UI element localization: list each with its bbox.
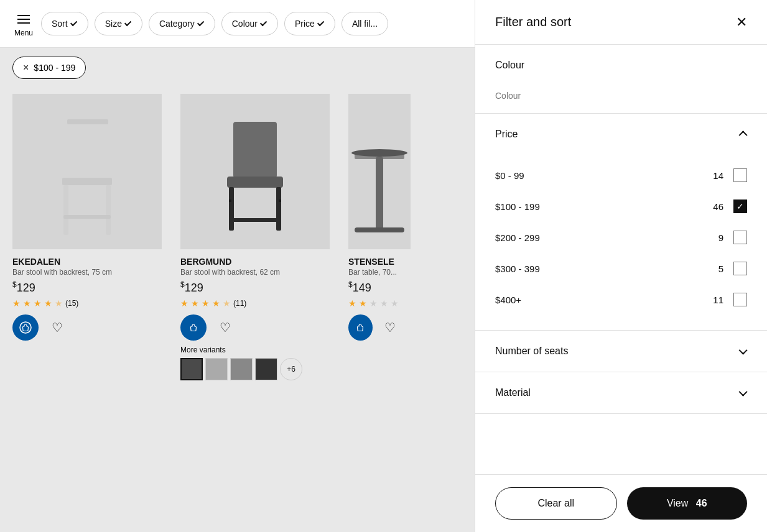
variant-thumb-4[interactable]	[255, 358, 277, 380]
svg-rect-9	[63, 215, 111, 219]
svg-rect-8	[106, 185, 111, 235]
top-bar: Menu Sort Size Category Colour Price All…	[0, 0, 475, 48]
clear-all-button[interactable]: Clear all	[495, 487, 617, 520]
price-checkbox-0-99[interactable]	[733, 168, 747, 182]
price-filter-button[interactable]: Price	[284, 12, 335, 35]
price-count-400plus: 11	[713, 295, 723, 305]
svg-rect-14	[276, 187, 281, 231]
price-option-200-299: $200 - 299 9	[495, 222, 747, 253]
product-rating-ekedalen: ★★★★★ (15)	[12, 298, 170, 308]
price-label-0-99: $0 - 99	[495, 170, 524, 181]
price-checkbox-100-199[interactable]: ✓	[733, 200, 747, 213]
product-name-stensele: STENSELE	[348, 257, 401, 267]
filter-footer: Clear all View 46	[475, 474, 767, 532]
svg-rect-0	[62, 178, 112, 185]
active-filters: × $100 - 199	[0, 48, 475, 88]
price-label-400plus: $400+	[495, 295, 521, 305]
variants-row-bergmund: +6	[180, 358, 338, 380]
price-checkbox-200-299[interactable]	[733, 231, 747, 244]
svg-rect-6	[67, 119, 108, 124]
price-count-300-399: 5	[718, 264, 723, 274]
wishlist-bergmund[interactable]: ♡	[214, 316, 236, 339]
colour-label: Colour	[232, 19, 258, 29]
more-variants-button[interactable]: +6	[280, 358, 302, 380]
svg-rect-13	[229, 187, 234, 231]
number-of-seats-chevron-icon	[739, 346, 748, 355]
add-to-cart-bergmund[interactable]	[180, 314, 207, 341]
number-of-seats-section: Number of seats	[475, 331, 767, 372]
category-filter-button[interactable]: Category	[149, 12, 215, 35]
price-count-0-99: 14	[713, 170, 723, 181]
variant-thumb-2[interactable]	[205, 358, 228, 380]
product-name-bergmund: BERGMUND	[180, 257, 338, 267]
price-chevron-icon	[317, 19, 324, 26]
filter-panel-close-button[interactable]: ✕	[736, 16, 747, 29]
product-desc-bergmund: Bar stool with backrest, 62 cm	[180, 268, 338, 277]
colour-filter-button[interactable]: Colour	[221, 12, 278, 35]
wishlist-ekedalen[interactable]: ♡	[46, 316, 68, 339]
material-section: Material	[475, 372, 767, 414]
product-card-bergmund: BERGMUND Bar stool with backrest, 62 cm …	[180, 94, 348, 532]
product-price-ekedalen: $129	[12, 280, 170, 295]
product-card-ekedalen: EKEDALEN Bar stool with backrest, 75 cm …	[12, 94, 180, 532]
price-count-100-199: 46	[713, 201, 723, 212]
view-count: 46	[696, 498, 707, 509]
products-grid: EKEDALEN Bar stool with backrest, 75 cm …	[0, 88, 475, 532]
sort-filter-button[interactable]: Sort	[41, 12, 88, 35]
number-of-seats-header[interactable]: Number of seats	[475, 331, 767, 372]
allfilters-label: All fil...	[352, 19, 378, 29]
price-checkbox-400plus[interactable]	[733, 293, 747, 306]
filter-panel: Filter and sort ✕ Colour Colour Price $0…	[475, 0, 767, 532]
main-content: Menu Sort Size Category Colour Price All…	[0, 0, 475, 532]
add-to-cart-ekedalen[interactable]	[12, 314, 39, 341]
add-to-cart-stensele[interactable]	[348, 314, 373, 341]
svg-point-19	[351, 149, 407, 157]
price-chevron-up-icon	[739, 131, 748, 139]
more-variants-label: More variants	[180, 346, 338, 354]
product-actions-stensele: ♡	[348, 314, 401, 341]
colour-section-header[interactable]: Colour	[475, 45, 767, 86]
view-results-button[interactable]: View 46	[627, 487, 748, 520]
svg-rect-20	[376, 157, 383, 231]
price-section-header[interactable]: Price	[475, 114, 767, 155]
svg-rect-5	[103, 122, 107, 178]
colour-section-title: Colour	[495, 60, 524, 71]
svg-rect-17	[279, 200, 281, 202]
size-chevron-icon	[124, 19, 131, 26]
svg-rect-12	[227, 177, 283, 188]
product-image-bergmund	[180, 94, 330, 249]
menu-button[interactable]: Menu	[12, 10, 35, 37]
svg-rect-4	[95, 122, 98, 178]
price-checkbox-300-399[interactable]	[733, 262, 747, 275]
price-chip[interactable]: × $100 - 199	[12, 57, 86, 79]
svg-rect-21	[355, 227, 404, 232]
size-filter-button[interactable]: Size	[95, 12, 142, 35]
product-name-ekedalen: EKEDALEN	[12, 257, 170, 267]
price-option-300-399: $300 - 399 5	[495, 253, 747, 284]
filter-panel-title: Filter and sort	[495, 15, 571, 29]
price-label-100-199: $100 - 199	[495, 201, 540, 212]
price-option-0-99: $0 - 99 14	[495, 160, 747, 191]
product-image-ekedalen	[12, 94, 162, 249]
sort-chevron-icon	[70, 19, 77, 26]
allfilters-button[interactable]: All fil...	[342, 12, 388, 35]
colour-chevron-icon	[260, 19, 267, 26]
product-price-bergmund: $129	[180, 280, 338, 295]
category-chevron-icon	[197, 19, 204, 26]
price-section-title: Price	[495, 129, 518, 140]
product-card-stensele: STENSELE Bar table, 70... $149 ★★★★★ ♡	[348, 94, 411, 532]
product-image-stensele	[348, 94, 411, 249]
product-actions-bergmund: ♡	[180, 314, 338, 341]
price-option-100-199: $100 - 199 46 ✓	[495, 191, 747, 222]
material-section-header[interactable]: Material	[475, 372, 767, 413]
price-label: Price	[295, 19, 315, 29]
price-label-300-399: $300 - 399	[495, 264, 540, 274]
svg-rect-16	[229, 200, 231, 202]
variant-thumb-3[interactable]	[230, 358, 253, 380]
price-count-200-299: 9	[718, 232, 723, 243]
svg-rect-2	[77, 122, 81, 178]
wishlist-stensele[interactable]: ♡	[380, 316, 401, 339]
variant-thumb-1[interactable]	[180, 358, 203, 380]
price-options: $0 - 99 14 $100 - 199 46 ✓	[475, 155, 767, 330]
hamburger-icon	[12, 10, 35, 29]
